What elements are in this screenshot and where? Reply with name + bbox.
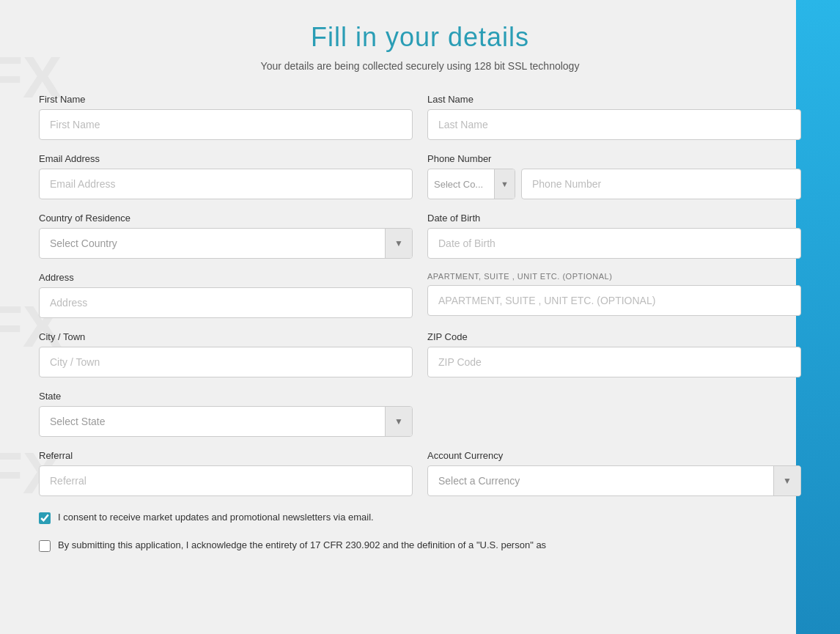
country-select-text: Select Country xyxy=(40,230,385,257)
email-input[interactable] xyxy=(39,169,413,199)
country-select[interactable]: Select Country ▼ xyxy=(39,228,413,259)
referral-group: Referral xyxy=(39,450,413,496)
state-placeholder-group xyxy=(427,391,801,437)
first-name-input[interactable] xyxy=(39,109,413,140)
apartment-input[interactable] xyxy=(427,285,801,316)
state-select-text: Select State xyxy=(40,408,385,435)
dob-label: Date of Birth xyxy=(427,213,801,224)
consent1-text: I consent to receive market updates and … xyxy=(58,511,374,524)
first-name-label: First Name xyxy=(39,94,413,105)
last-name-label: Last Name xyxy=(427,94,801,105)
state-label: State xyxy=(39,391,413,402)
consent2-checkbox[interactable] xyxy=(39,540,51,552)
state-row: State Select State ▼ xyxy=(39,391,801,437)
phone-country-select[interactable]: Select Co... ▼ xyxy=(427,169,515,199)
last-name-input[interactable] xyxy=(427,109,801,140)
apartment-label: APARTMENT, SUITE , UNIT ETC. (OPTIONAL) xyxy=(427,272,801,281)
zip-group: ZIP Code xyxy=(427,331,801,377)
phone-group: Phone Number Select Co... ▼ xyxy=(427,153,801,199)
currency-chevron-icon: ▼ xyxy=(773,466,800,495)
page-subtitle: Your details are being collected securel… xyxy=(39,60,801,72)
currency-select[interactable]: Select a Currency ▼ xyxy=(427,465,801,496)
consent1-checkbox[interactable] xyxy=(39,512,51,524)
dob-input[interactable] xyxy=(427,228,801,259)
state-group: State Select State ▼ xyxy=(39,391,413,437)
last-name-group: Last Name xyxy=(427,94,801,140)
consent2-row: By submitting this application, I acknow… xyxy=(39,539,801,552)
phone-label: Phone Number xyxy=(427,153,801,164)
consent1-row: I consent to receive market updates and … xyxy=(39,511,801,524)
state-select[interactable]: Select State ▼ xyxy=(39,406,413,437)
country-chevron-icon: ▼ xyxy=(385,229,412,258)
first-name-group: First Name xyxy=(39,94,413,140)
address-label: Address xyxy=(39,272,413,283)
currency-select-text: Select a Currency xyxy=(428,468,773,494)
email-label: Email Address xyxy=(39,153,413,164)
consent2-text: By submitting this application, I acknow… xyxy=(58,539,546,552)
zip-input[interactable] xyxy=(427,347,801,377)
city-group: City / Town xyxy=(39,331,413,377)
referral-input[interactable] xyxy=(39,465,413,496)
city-input[interactable] xyxy=(39,347,413,377)
address-input[interactable] xyxy=(39,287,413,318)
phone-country-text: Select Co... xyxy=(428,179,494,190)
name-row: First Name Last Name xyxy=(39,94,801,140)
referral-currency-row: Referral Account Currency Select a Curre… xyxy=(39,450,801,496)
phone-row: Select Co... ▼ xyxy=(427,169,801,199)
address-group: Address xyxy=(39,272,413,318)
country-label: Country of Residence xyxy=(39,213,413,224)
state-chevron-icon: ▼ xyxy=(385,407,412,436)
address-row: Address APARTMENT, SUITE , UNIT ETC. (OP… xyxy=(39,272,801,318)
city-label: City / Town xyxy=(39,331,413,342)
country-group: Country of Residence Select Country ▼ xyxy=(39,213,413,259)
main-content: Fill in your details Your details are be… xyxy=(24,0,816,581)
email-phone-row: Email Address Phone Number Select Co... … xyxy=(39,153,801,199)
apartment-group: APARTMENT, SUITE , UNIT ETC. (OPTIONAL) xyxy=(427,272,801,318)
phone-number-input[interactable] xyxy=(521,169,801,199)
page-title: Fill in your details xyxy=(39,22,801,53)
email-group: Email Address xyxy=(39,153,413,199)
country-dob-row: Country of Residence Select Country ▼ Da… xyxy=(39,213,801,259)
zip-label: ZIP Code xyxy=(427,331,801,342)
referral-label: Referral xyxy=(39,450,413,461)
dob-group: Date of Birth xyxy=(427,213,801,259)
phone-country-chevron-icon: ▼ xyxy=(494,169,515,199)
city-zip-row: City / Town ZIP Code xyxy=(39,331,801,377)
currency-group: Account Currency Select a Currency ▼ xyxy=(427,450,801,496)
currency-label: Account Currency xyxy=(427,450,801,461)
